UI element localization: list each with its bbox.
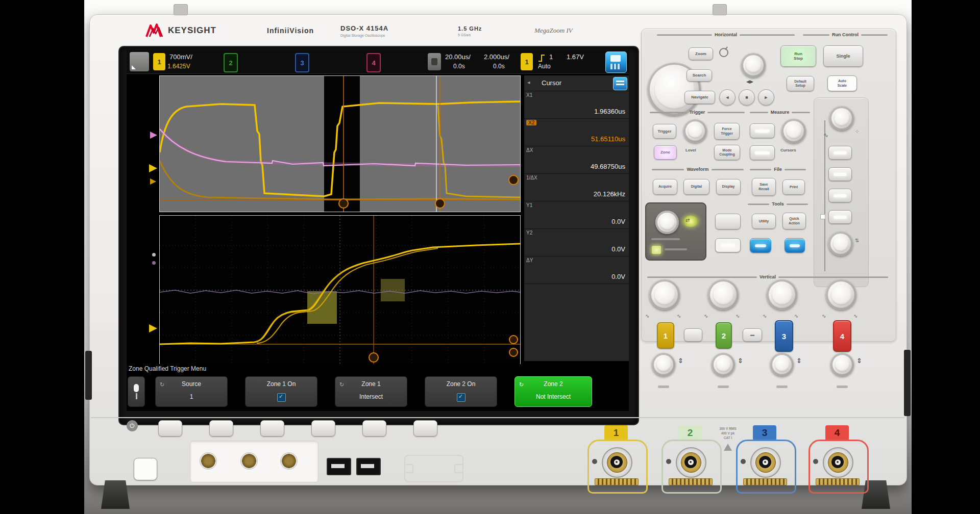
bezel-softkey-5[interactable]	[362, 420, 386, 436]
usb-port-1[interactable]	[327, 458, 351, 475]
power-button[interactable]	[134, 458, 157, 480]
cursor-panel-collapse-icon[interactable]: ◂	[527, 79, 530, 86]
trigger-button[interactable]: Trigger	[653, 124, 676, 139]
print-button[interactable]: Print	[782, 179, 805, 195]
horizontal-position-knob[interactable]	[741, 53, 766, 78]
cursor-row-invdx[interactable]: 1/ΔX 20.126kHz	[524, 173, 629, 201]
auto-scale-button[interactable]: Auto Scale	[827, 75, 857, 91]
cursors-knob[interactable]	[781, 119, 806, 143]
ch4-scale-knob[interactable]	[826, 279, 856, 310]
ch3-scale-knob[interactable]	[767, 279, 797, 310]
display-button[interactable]: Display	[716, 179, 741, 195]
bnc-connector-1[interactable]	[602, 447, 632, 478]
bnc-connector-4[interactable]	[823, 447, 853, 478]
cursor-row-x1[interactable]: X1 1.96360us	[524, 91, 629, 119]
channel-3-button[interactable]: 3	[775, 320, 793, 352]
zone-button[interactable]: Zone	[654, 145, 677, 160]
bnc-connector-2[interactable]	[676, 447, 706, 478]
usb-port-2[interactable]	[356, 458, 381, 475]
ch2-scale-knob[interactable]	[708, 279, 739, 310]
softkey-zone1-mode[interactable]: Zone 1 Intersect	[335, 376, 407, 407]
zone2-on-checkbox[interactable]	[457, 393, 465, 402]
acquire-button[interactable]: Acquire	[653, 179, 677, 195]
ch1-position-knob[interactable]	[652, 353, 675, 376]
cursor-menu-icon[interactable]	[613, 77, 627, 90]
entry-knob[interactable]	[655, 211, 679, 234]
unlabeled-panel-button-2[interactable]	[715, 238, 741, 252]
menu-icon[interactable]	[130, 52, 149, 71]
probe-comp-terminal-2[interactable]	[240, 452, 258, 470]
intensity-knob[interactable]	[829, 106, 854, 131]
status-ch3-button[interactable]: 3	[295, 53, 309, 72]
ch1-scale-knob[interactable]	[649, 279, 680, 310]
strip-button-1[interactable]	[828, 146, 852, 160]
status-ch2-button[interactable]: 2	[224, 53, 238, 72]
strip-button-2[interactable]	[828, 167, 852, 181]
channel-2-button[interactable]: 2	[716, 322, 732, 349]
ref-button[interactable]: ▬	[743, 328, 762, 342]
default-setup-button[interactable]: Default Setup	[787, 76, 814, 91]
meas-button[interactable]	[750, 123, 775, 138]
softkey-back[interactable]	[128, 376, 145, 407]
zoom-button[interactable]: Zoom	[689, 47, 713, 60]
channel-1-button[interactable]: 1	[657, 322, 674, 349]
probe-comp-terminal-3[interactable]	[280, 452, 298, 470]
single-button[interactable]: Single	[823, 45, 863, 67]
timebase-icon[interactable]	[428, 53, 441, 70]
bezel-softkey-4[interactable]	[311, 420, 335, 436]
unlabeled-panel-button-1[interactable]	[715, 214, 741, 229]
trigger-level-knob[interactable]	[683, 119, 707, 143]
softkey-zone1-on[interactable]: Zone 1 On	[245, 376, 317, 407]
cursor-row-dy[interactable]: ΔY 0.0V	[524, 256, 629, 284]
bezel-softkey-2[interactable]	[209, 420, 233, 436]
channel-4-button[interactable]: 4	[833, 320, 851, 352]
search-button[interactable]: Search	[687, 69, 712, 82]
ch2-position-knob[interactable]	[712, 353, 735, 376]
bezel-softkey-3[interactable]	[260, 420, 284, 436]
nav-back-button[interactable]: ◄	[719, 89, 736, 106]
ch4-position-knob[interactable]	[830, 353, 854, 376]
touch-key[interactable]	[651, 245, 662, 254]
status-ch4-button[interactable]: 4	[366, 53, 381, 72]
trigger-source-chip[interactable]: 1	[521, 53, 533, 70]
trigger-mode[interactable]: Auto	[538, 63, 551, 70]
math-button[interactable]	[684, 328, 702, 342]
touch-sidebar-icon[interactable]	[605, 52, 627, 73]
navigate-button[interactable]: Navigate	[684, 91, 715, 104]
blue-lit-button-1[interactable]	[750, 238, 771, 253]
ch3-position-knob[interactable]	[770, 353, 794, 376]
cursor-row-x2[interactable]: X2 51.65110us	[524, 118, 629, 146]
cursor-row-y1[interactable]: Y1 0.0V	[524, 201, 629, 229]
zone1-on-checkbox[interactable]	[277, 393, 286, 402]
strip-button-3[interactable]	[828, 189, 852, 202]
timebase-zoom[interactable]: 2.000us/	[484, 53, 509, 61]
zoom-waveform-window[interactable]	[159, 215, 521, 365]
cursor-row-y2[interactable]: Y2 0.0V	[524, 228, 629, 256]
softkey-source[interactable]: Source 1	[155, 376, 228, 407]
cursors-button[interactable]	[750, 145, 775, 160]
force-trigger-button[interactable]: Force Trigger	[714, 123, 740, 140]
bnc-connector-3[interactable]	[750, 447, 781, 478]
softkey-zone2-mode[interactable]: Zone 2 Not Intersect	[514, 376, 592, 407]
strip-lower-knob[interactable]	[828, 232, 853, 256]
ch1-scale[interactable]: 700mV/	[169, 53, 192, 61]
probe-comp-terminal-1[interactable]	[200, 452, 217, 470]
status-ch1-button[interactable]: 1	[153, 53, 165, 70]
mode-coupling-button[interactable]: Mode Coupling	[714, 145, 740, 160]
cursor-row-dx[interactable]: ΔX 49.68750us	[524, 146, 629, 174]
run-stop-button[interactable]: Run Stop	[780, 45, 816, 67]
nav-forward-button[interactable]: ►	[758, 89, 774, 106]
save-recall-button[interactable]: Save Recall	[752, 178, 776, 196]
bezel-softkey-6[interactable]	[413, 420, 437, 436]
cursor-panel-header[interactable]: ◂ Cursor	[524, 75, 629, 91]
softkey-zone2-on[interactable]: Zone 2 On	[425, 376, 497, 407]
digital-button[interactable]: Digital	[683, 179, 709, 195]
main-waveform-window[interactable]	[159, 75, 521, 212]
quick-action-button[interactable]: Quick Action	[782, 213, 806, 229]
timebase-main[interactable]: 20.00us/	[445, 53, 471, 61]
nav-playstop-button[interactable]: ■	[739, 89, 755, 106]
utility-button[interactable]: Utility	[752, 214, 776, 229]
blue-lit-button-2[interactable]	[785, 238, 805, 253]
strip-button-4[interactable]	[828, 210, 852, 224]
bezel-softkey-1[interactable]	[158, 420, 182, 436]
